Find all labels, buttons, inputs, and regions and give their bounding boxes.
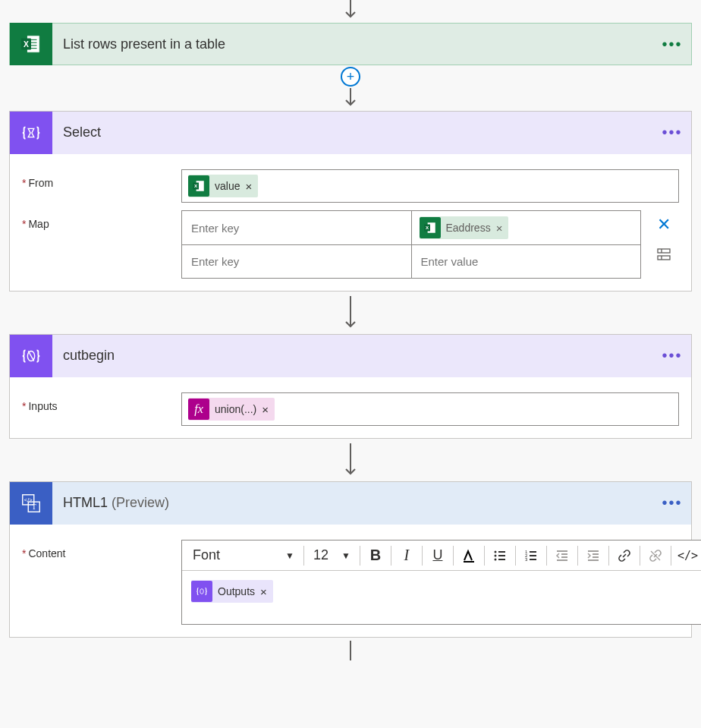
step-title: HTML1 (Preview) xyxy=(52,495,653,511)
map-value-cell[interactable]: X Eaddress × xyxy=(411,211,641,244)
connector-arrow xyxy=(343,0,358,23)
excel-icon: X xyxy=(188,175,209,197)
separator xyxy=(391,546,391,566)
more-menu[interactable]: ••• xyxy=(653,347,691,364)
step-header[interactable]: cutbegin ••• xyxy=(10,335,691,377)
step-header[interactable]: Select ••• xyxy=(10,112,691,154)
separator xyxy=(303,546,304,566)
outdent-button[interactable] xyxy=(550,544,574,568)
clear-map-icon[interactable]: ✕ xyxy=(657,215,671,235)
remove-token-icon[interactable]: × xyxy=(245,180,252,193)
connector-arrow xyxy=(343,439,358,481)
separator xyxy=(608,546,609,566)
step-title: List rows present in a table xyxy=(52,36,653,52)
switch-mode-icon[interactable] xyxy=(656,247,671,264)
svg-point-31 xyxy=(494,554,496,556)
data-op-icon xyxy=(191,581,212,602)
map-key-input[interactable] xyxy=(190,254,404,269)
svg-rect-17 xyxy=(658,256,670,260)
more-menu[interactable]: ••• xyxy=(653,36,691,53)
token-label: Outputs xyxy=(218,585,255,597)
token-union[interactable]: fx union(...) × xyxy=(188,398,275,421)
svg-point-50 xyxy=(200,589,204,594)
map-grid: X Eaddress × xyxy=(181,210,641,279)
connector-arrow: + xyxy=(343,68,358,111)
inputs-label: *Inputs xyxy=(22,392,181,412)
separator xyxy=(577,546,578,566)
link-button[interactable] xyxy=(612,544,637,568)
token-label: Eaddress xyxy=(446,222,491,234)
code-view-button[interactable]: </> xyxy=(674,544,701,568)
inputs-input[interactable]: fx union(...) × xyxy=(181,392,679,426)
map-row xyxy=(182,244,640,278)
map-key-cell[interactable] xyxy=(182,211,411,244)
svg-text:T: T xyxy=(32,503,36,510)
token-outputs[interactable]: Outputs × xyxy=(191,580,273,603)
map-key-cell[interactable] xyxy=(182,245,411,278)
remove-token-icon[interactable]: × xyxy=(262,403,269,416)
fx-icon: fx xyxy=(188,399,209,420)
separator xyxy=(546,546,547,566)
separator xyxy=(422,546,423,566)
plus-icon: + xyxy=(347,70,355,84)
more-menu[interactable]: ••• xyxy=(653,494,691,512)
number-list-button[interactable]: 123 xyxy=(519,544,543,568)
toolbar: Font▼ 12 ▼ B I U xyxy=(182,540,701,571)
excel-icon: X xyxy=(420,217,441,238)
chevron-down-icon: ▼ xyxy=(285,550,294,561)
connector-arrow xyxy=(343,292,358,334)
color-button[interactable] xyxy=(457,544,481,568)
separator xyxy=(640,546,640,566)
map-label: *Map xyxy=(22,210,181,230)
data-op-icon xyxy=(10,112,52,154)
add-step-button[interactable]: + xyxy=(341,67,360,87)
svg-rect-28 xyxy=(464,561,474,563)
from-input[interactable]: X value × xyxy=(181,169,679,203)
indent-button[interactable] xyxy=(581,544,605,568)
remove-token-icon[interactable]: × xyxy=(496,222,503,235)
excel-icon: X xyxy=(10,23,52,65)
unlink-button[interactable] xyxy=(643,544,668,568)
font-select[interactable]: Font▼ xyxy=(187,544,300,568)
rich-text-editor: Font▼ 12 ▼ B I U xyxy=(181,540,701,625)
data-op-icon xyxy=(10,335,52,377)
html-icon: </> T xyxy=(10,482,52,525)
separator xyxy=(515,546,516,566)
svg-point-33 xyxy=(494,558,496,560)
svg-text:3: 3 xyxy=(525,557,528,562)
separator xyxy=(484,546,485,566)
bullet-list-button[interactable] xyxy=(488,544,512,568)
token-label: union(...) xyxy=(215,403,256,415)
token-eaddress[interactable]: X Eaddress × xyxy=(420,216,509,239)
step-header[interactable]: </> T HTML1 (Preview) ••• xyxy=(10,482,691,525)
step-html1: </> T HTML1 (Preview) ••• *Content Fon xyxy=(9,481,692,638)
connector-arrow xyxy=(343,638,358,660)
svg-rect-16 xyxy=(658,249,670,253)
map-value-input[interactable] xyxy=(420,254,633,269)
italic-button[interactable]: I xyxy=(395,544,419,568)
separator xyxy=(360,546,360,566)
map-value-cell[interactable] xyxy=(411,245,641,278)
svg-text:X: X xyxy=(24,40,29,49)
step-list-rows[interactable]: X List rows present in a table ••• xyxy=(9,23,692,65)
step-select: Select ••• *From X value × xyxy=(9,111,692,292)
token-value[interactable]: X value × xyxy=(188,175,258,197)
bold-button[interactable]: B xyxy=(363,544,388,568)
token-label: value xyxy=(215,180,240,192)
content-label: *Content xyxy=(22,540,181,559)
from-label: *From xyxy=(22,169,181,189)
remove-token-icon[interactable]: × xyxy=(260,585,267,598)
svg-point-29 xyxy=(494,550,496,553)
step-cutbegin: cutbegin ••• *Inputs fx union(...) × xyxy=(9,334,692,439)
size-select[interactable]: 12 ▼ xyxy=(307,544,357,568)
separator xyxy=(453,546,454,566)
map-key-input[interactable] xyxy=(190,221,404,235)
chevron-down-icon: ▼ xyxy=(341,550,350,561)
separator xyxy=(671,546,671,566)
underline-button[interactable]: U xyxy=(426,544,450,568)
more-menu[interactable]: ••• xyxy=(653,124,691,141)
content-input[interactable]: Outputs × xyxy=(182,571,701,624)
map-row: X Eaddress × xyxy=(182,211,640,244)
step-title: cutbegin xyxy=(52,348,653,364)
step-title: Select xyxy=(52,124,653,140)
